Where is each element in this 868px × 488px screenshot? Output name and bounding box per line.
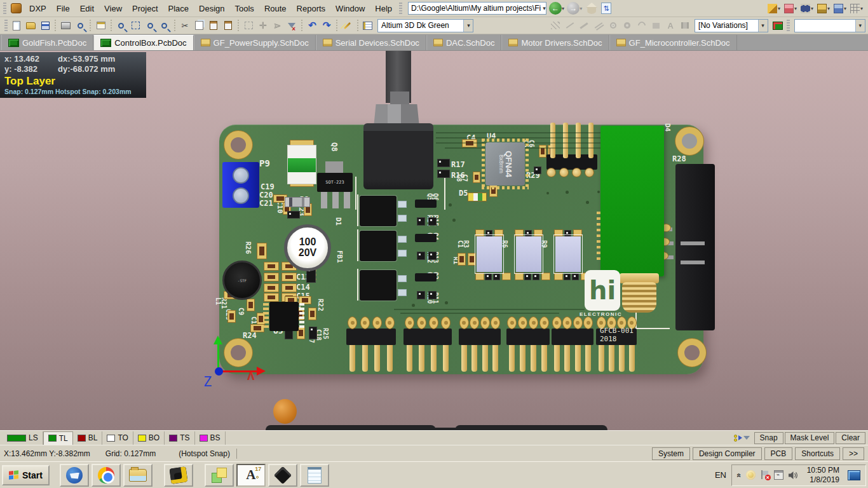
volume-icon[interactable]	[788, 470, 799, 480]
menu-view[interactable]: View	[99, 1, 127, 16]
chevron-down-icon[interactable]: ▾	[855, 20, 865, 32]
zoom-selected-button[interactable]	[143, 18, 158, 32]
chevron-down-icon[interactable]: ▾	[541, 5, 546, 11]
new-document-button[interactable]	[10, 18, 24, 32]
pcb-standard-button[interactable]	[771, 18, 785, 32]
wand-button[interactable]	[340, 18, 355, 32]
taskbar-chrome[interactable]	[92, 464, 121, 487]
forward-button[interactable]: →	[567, 2, 580, 15]
taskbar-altium-designer[interactable]: A17	[236, 464, 266, 487]
taskbar-robot-app[interactable]	[164, 464, 193, 487]
doc-tab-motor-drivers-schdoc[interactable]: Motor Drivers.SchDoc	[501, 35, 609, 50]
language-indicator[interactable]: EN	[710, 470, 731, 480]
zoom-area-button[interactable]	[128, 18, 143, 32]
find-similar-button[interactable]: ▾	[799, 3, 815, 15]
toolbar-grip[interactable]	[787, 20, 790, 31]
tray-expand-icon[interactable]: «	[735, 473, 743, 477]
solder-pad	[398, 250, 407, 257]
back-dropdown[interactable]: ▾	[562, 6, 564, 11]
menu-file[interactable]: File	[51, 1, 75, 16]
layer-tab-bo[interactable]: BO	[133, 431, 165, 445]
schematic-document-icon	[201, 39, 210, 46]
align-tools-button[interactable]: ▾	[783, 3, 798, 15]
clock[interactable]: 10:50 PM1/8/2019	[803, 466, 839, 485]
chevron-down-icon[interactable]: ▾	[463, 20, 473, 32]
redo-button[interactable]: ↷	[320, 18, 334, 32]
zoom-fit-button[interactable]	[114, 18, 129, 32]
doc-tab-dac-schdoc[interactable]: DAC.SchDoc	[426, 35, 502, 50]
layerbar-button-snap[interactable]: Snap	[754, 432, 783, 444]
menu-help[interactable]: Help	[370, 1, 397, 16]
refresh-button[interactable]: ⇅	[601, 3, 611, 14]
room-tools-button[interactable]: ▾	[832, 3, 848, 15]
extra-select[interactable]: ▾	[794, 19, 865, 32]
address-combobox[interactable]: D:\Google\Altium\My altium projects\Fi ▾	[408, 2, 546, 15]
taskbar-thunderbird[interactable]	[60, 464, 89, 487]
layer-tab-bs[interactable]: BS	[195, 431, 226, 445]
zoom-filter-button[interactable]	[157, 18, 172, 32]
taskbar-sticky-notes[interactable]	[205, 464, 234, 487]
print-button[interactable]	[58, 18, 73, 32]
doc-tab-serial-devices-schdoc[interactable]: Serial Devices.SchDoc	[316, 35, 426, 50]
grid-tools-button[interactable]: ▾	[849, 3, 864, 15]
menu-dxp[interactable]: DXP	[24, 1, 51, 16]
menu-place[interactable]: Place	[163, 1, 194, 16]
safely-remove-icon[interactable]	[774, 470, 783, 480]
panel-button-system[interactable]: System	[652, 447, 690, 460]
home-button[interactable]	[586, 3, 597, 14]
edge-connector	[675, 164, 715, 330]
cut-button[interactable]: ✂	[178, 18, 193, 32]
browse-library-button[interactable]	[360, 18, 375, 32]
doc-tab-gf-powersupply-schdoc[interactable]: GF_PowerSupply.SchDoc	[194, 35, 316, 50]
toolbar-grip[interactable]	[3, 3, 6, 14]
save-button[interactable]	[38, 18, 53, 32]
variations-select[interactable]: [No Variations] ▾	[695, 19, 768, 32]
start-button[interactable]: Start	[2, 465, 50, 485]
header-pin	[471, 345, 477, 372]
workspace-panels-button[interactable]	[93, 18, 108, 32]
layer-tab-to[interactable]: TO	[102, 431, 133, 445]
panel-button-design-compiler[interactable]: Design Compiler	[693, 447, 762, 460]
dimension-tools-button[interactable]: ▾	[816, 3, 831, 15]
copy-button[interactable]	[192, 18, 207, 32]
more-panels-button[interactable]: >>	[843, 447, 864, 460]
paste-array-button[interactable]	[221, 18, 236, 32]
show-desktop-icon[interactable]	[848, 470, 860, 480]
layer-tab-ts[interactable]: TS	[165, 431, 194, 445]
layer-tab-bl[interactable]: BL	[73, 431, 103, 445]
panel-button-shortcuts[interactable]: Shortcuts	[795, 447, 840, 460]
taskbar-inkscape[interactable]	[268, 464, 297, 487]
layerbar-button-clear[interactable]: Clear	[836, 432, 865, 444]
toolbar-grip[interactable]	[399, 3, 402, 14]
measure-tools-button[interactable]: ▾	[766, 3, 782, 15]
layerbar-button-mask-level[interactable]: Mask Level	[785, 432, 835, 444]
paste-button[interactable]	[207, 18, 221, 32]
pcb-3d-viewport[interactable]: P9PTC1Q8P8C19C20C21C10D2R23D1C11FB1R26R1…	[0, 51, 868, 430]
menu-design[interactable]: Design	[194, 1, 229, 16]
menu-project[interactable]: Project	[127, 1, 163, 16]
menu-reports[interactable]: Reports	[292, 1, 331, 16]
action-center-icon[interactable]: ✕	[760, 470, 770, 480]
menu-tools[interactable]: Tools	[230, 1, 259, 16]
open-document-button[interactable]	[24, 18, 38, 32]
clear-filter-button[interactable]	[285, 18, 299, 32]
doc-tab-gf-microcontroller-schdoc[interactable]: GF_Microcontroller.SchDoc	[609, 35, 737, 50]
disc-tray-icon[interactable]	[746, 470, 756, 480]
print-preview-button[interactable]	[73, 18, 88, 32]
layer-tab-ls[interactable]: LS	[3, 431, 43, 445]
layer-filter-icons[interactable]	[731, 435, 752, 442]
back-button[interactable]: ←	[549, 2, 562, 15]
chevron-down-icon[interactable]: ▾	[758, 20, 768, 32]
doc-tab-controlbox-pcbdoc[interactable]: ControlBox.PcbDoc	[93, 35, 193, 50]
menu-edit[interactable]: Edit	[75, 1, 99, 16]
menu-route[interactable]: Route	[259, 1, 292, 16]
layer-tab-tl[interactable]: TL	[43, 431, 73, 445]
menu-window[interactable]: Window	[330, 1, 370, 16]
taskbar-notepad[interactable]	[300, 464, 329, 487]
undo-button[interactable]: ↶	[305, 18, 320, 32]
panel-button-pcb[interactable]: PCB	[764, 447, 793, 460]
taskbar-file-explorer[interactable]	[123, 464, 153, 487]
view-configuration-select[interactable]: Altium 3D Dk Green ▾	[377, 19, 473, 32]
toolbar-grip[interactable]	[4, 20, 8, 31]
doc-tab-goldfish-pcbdoc[interactable]: GoldFish.PcbDoc	[1, 35, 93, 50]
